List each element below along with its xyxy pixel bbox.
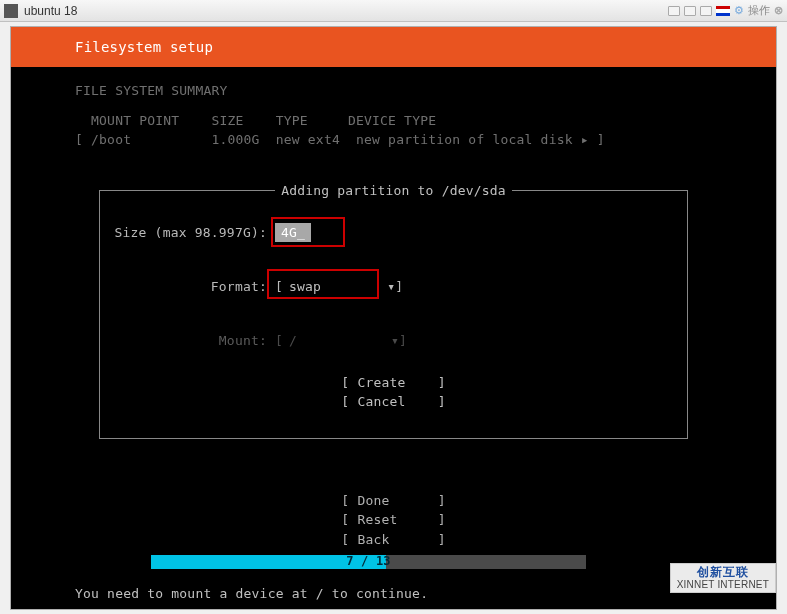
col-type: TYPE <box>276 113 308 128</box>
chevron-down-icon: ▾ <box>391 331 399 351</box>
window-button[interactable] <box>684 6 696 16</box>
page-header: Filesystem setup <box>11 27 776 67</box>
dialog-title: Adding partition to /dev/sda <box>100 181 687 201</box>
create-button[interactable]: [ Create ] <box>110 373 677 393</box>
row-mount: Mount: [ / ▾ ] <box>110 327 677 355</box>
reset-button[interactable]: [ Reset ] <box>11 510 776 530</box>
progress-label: 7 / 13 <box>151 554 586 568</box>
col-device: DEVICE TYPE <box>348 113 436 128</box>
flag-icon <box>716 6 730 16</box>
row-device: new partition of local disk <box>356 132 573 147</box>
watermark-sub: XINNET INTERNET <box>677 579 769 590</box>
dialog-buttons: [ Create ] [ Cancel ] <box>110 373 677 412</box>
row-size: Size (max 98.997G): 4G_ <box>110 219 677 247</box>
window-button[interactable] <box>700 6 712 16</box>
col-mount: MOUNT POINT <box>91 113 179 128</box>
footer-message: You need to mount a device at / to conti… <box>75 586 428 601</box>
window-button[interactable] <box>668 6 680 16</box>
window-titlebar: ubuntu 18 ⚙ 操作 ⊗ <box>0 0 787 22</box>
summary-title: FILE SYSTEM SUMMARY <box>75 81 712 101</box>
window-controls: ⚙ 操作 ⊗ <box>668 3 783 18</box>
chevron-down-icon[interactable]: ▾ <box>387 277 395 297</box>
page-title: Filesystem setup <box>75 39 213 55</box>
content-area: FILE SYSTEM SUMMARY MOUNT POINT SIZE TYP… <box>11 67 776 439</box>
add-partition-dialog: Adding partition to /dev/sda Size (max 9… <box>99 190 688 439</box>
nav-buttons: [ Done ] [ Reset ] [ Back ] <box>11 491 776 550</box>
mount-select: / <box>283 329 303 353</box>
row-type: new ext4 <box>276 132 340 147</box>
window-title: ubuntu 18 <box>24 4 668 18</box>
done-button[interactable]: [ Done ] <box>11 491 776 511</box>
watermark: 创新互联 XINNET INTERNET <box>670 563 776 593</box>
format-select[interactable]: swap <box>283 275 327 299</box>
cancel-button[interactable]: [ Cancel ] <box>110 392 677 412</box>
gear-icon[interactable]: ⚙ <box>734 4 744 17</box>
progress-bar: 7 / 13 <box>11 555 776 573</box>
back-button[interactable]: [ Back ] <box>11 530 776 550</box>
row-size: 1.000G <box>211 132 259 147</box>
format-label: Format: <box>110 277 275 297</box>
size-label: Size (max 98.997G): <box>110 223 275 243</box>
app-icon <box>4 4 18 18</box>
watermark-brand: 创新互联 <box>697 565 749 579</box>
summary-table: MOUNT POINT SIZE TYPE DEVICE TYPE [ /boo… <box>75 111 712 150</box>
mount-label: Mount: <box>110 331 275 351</box>
installer-screen: Filesystem setup FILE SYSTEM SUMMARY MOU… <box>10 26 777 610</box>
close-icon[interactable]: ⊗ <box>774 4 783 17</box>
size-input[interactable]: 4G_ <box>275 223 311 242</box>
col-size: SIZE <box>211 113 243 128</box>
row-format: Format: [ swap ▾ ] <box>110 273 677 301</box>
window-action-label[interactable]: 操作 <box>748 3 770 18</box>
row-mount[interactable]: /boot <box>91 132 131 147</box>
